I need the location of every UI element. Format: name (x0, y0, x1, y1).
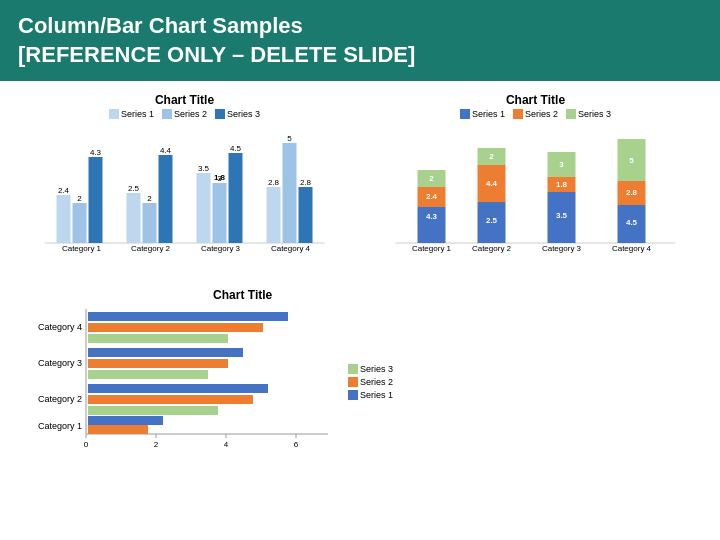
chart1-svg: 2.4 2 4.3 Category 1 2.5 2 4.4 Category … (24, 123, 345, 253)
svg-rect-26 (299, 187, 313, 243)
svg-rect-3 (73, 203, 87, 243)
chart1-title: Chart Title (18, 93, 351, 107)
svg-rect-17 (213, 183, 227, 243)
svg-text:Category 1: Category 1 (412, 244, 452, 253)
chart3-container: Chart Title Category 4 Categor (14, 284, 471, 484)
svg-text:5: 5 (287, 134, 292, 143)
svg-text:2.4: 2.4 (58, 186, 70, 195)
svg-text:4.4: 4.4 (486, 179, 498, 188)
svg-rect-75 (88, 425, 148, 434)
right-space (481, 284, 706, 484)
chart2-title: Chart Title (369, 93, 702, 107)
svg-text:Category 2: Category 2 (131, 244, 171, 253)
svg-text:2.8: 2.8 (268, 178, 280, 187)
svg-rect-64 (88, 334, 228, 343)
chart2-legend-s1: Series 1 (460, 109, 505, 119)
chart1-legend: Series 1 Series 2 Series 3 (18, 109, 351, 119)
chart1-legend-s2: Series 2 (162, 109, 207, 119)
svg-rect-71 (88, 395, 253, 404)
svg-rect-8 (127, 193, 141, 243)
svg-text:2: 2 (429, 174, 434, 183)
svg-rect-22 (267, 187, 281, 243)
chart2-svg: 4.3 2.4 2 Category 1 2.5 4.4 2 Category … (375, 123, 696, 253)
header-line2: [REFERENCE ONLY – DELETE SLIDE] (18, 41, 702, 70)
svg-rect-63 (88, 323, 263, 332)
chart3-legend-s2: Series 2 (348, 377, 393, 387)
svg-rect-5 (89, 157, 103, 243)
svg-text:Category 3: Category 3 (38, 358, 82, 368)
svg-text:3: 3 (559, 160, 564, 169)
chart3-legend: Series 3 Series 2 Series 1 (348, 364, 393, 400)
chart1-legend-s1: Series 1 (109, 109, 154, 119)
svg-text:5: 5 (629, 156, 634, 165)
chart2-legend-s3: Series 3 (566, 109, 611, 119)
chart2-s3-color (566, 109, 576, 119)
svg-text:Category 1: Category 1 (38, 421, 82, 431)
svg-text:Category 4: Category 4 (38, 322, 82, 332)
chart2-s2-color (513, 109, 523, 119)
svg-text:1.8: 1.8 (556, 180, 568, 189)
svg-text:2: 2 (489, 152, 494, 161)
svg-text:2: 2 (147, 194, 152, 203)
svg-text:2.5: 2.5 (486, 216, 498, 225)
header-line1: Column/Bar Chart Samples (18, 12, 702, 41)
chart3-s3-color (348, 364, 358, 374)
svg-text:3.5: 3.5 (556, 211, 568, 220)
svg-rect-19 (229, 153, 243, 243)
svg-text:1.8: 1.8 (214, 173, 226, 182)
svg-text:2.8: 2.8 (626, 188, 638, 197)
header: Column/Bar Chart Samples [REFERENCE ONLY… (0, 0, 720, 81)
chart3-legend-s3: Series 3 (348, 364, 393, 374)
chart1-s2-color (162, 109, 172, 119)
chart2-container: Chart Title Series 1 Series 2 Series 3 (365, 89, 706, 284)
svg-rect-1 (57, 195, 71, 243)
chart1-s1-color (109, 109, 119, 119)
svg-rect-72 (88, 406, 218, 415)
svg-rect-12 (159, 155, 173, 243)
chart1-container: Chart Title Series 1 Series 2 Series 3 (14, 89, 355, 284)
svg-rect-15 (197, 173, 211, 243)
chart1-legend-s3: Series 3 (215, 109, 260, 119)
svg-rect-62 (88, 312, 288, 321)
svg-text:2: 2 (154, 440, 159, 449)
svg-text:4: 4 (224, 440, 229, 449)
chart2-legend-s2: Series 2 (513, 109, 558, 119)
chart3-s1-color (348, 390, 358, 400)
svg-text:2.8: 2.8 (300, 178, 312, 187)
svg-text:4.4: 4.4 (160, 146, 172, 155)
svg-text:2: 2 (77, 194, 82, 203)
chart3-svg: Category 4 Category 3 Category 2 (18, 304, 338, 459)
svg-text:4.5: 4.5 (230, 144, 242, 153)
svg-text:4.3: 4.3 (90, 148, 102, 157)
svg-text:Category 4: Category 4 (612, 244, 652, 253)
svg-rect-74 (88, 416, 163, 425)
chart2-legend: Series 1 Series 2 Series 3 (369, 109, 702, 119)
svg-text:Category 3: Category 3 (542, 244, 582, 253)
svg-text:3.5: 3.5 (198, 164, 210, 173)
svg-text:0: 0 (84, 440, 89, 449)
svg-text:Category 1: Category 1 (62, 244, 102, 253)
svg-text:Category 3: Category 3 (201, 244, 241, 253)
svg-text:2.5: 2.5 (128, 184, 140, 193)
svg-rect-66 (88, 348, 243, 357)
chart3-title: Chart Title (18, 288, 467, 302)
chart1-s3-color (215, 109, 225, 119)
svg-rect-67 (88, 359, 228, 368)
chart3-s2-color (348, 377, 358, 387)
svg-rect-70 (88, 384, 268, 393)
svg-rect-10 (143, 203, 157, 243)
chart2-s1-color (460, 109, 470, 119)
svg-text:Category 2: Category 2 (38, 394, 82, 404)
svg-text:4.3: 4.3 (426, 212, 438, 221)
svg-text:6: 6 (294, 440, 299, 449)
svg-rect-68 (88, 370, 208, 379)
svg-text:Category 4: Category 4 (271, 244, 311, 253)
svg-text:4.5: 4.5 (626, 218, 638, 227)
chart3-legend-s1: Series 1 (348, 390, 393, 400)
svg-text:Category 2: Category 2 (472, 244, 512, 253)
svg-text:2.4: 2.4 (426, 192, 438, 201)
svg-rect-24 (283, 143, 297, 243)
